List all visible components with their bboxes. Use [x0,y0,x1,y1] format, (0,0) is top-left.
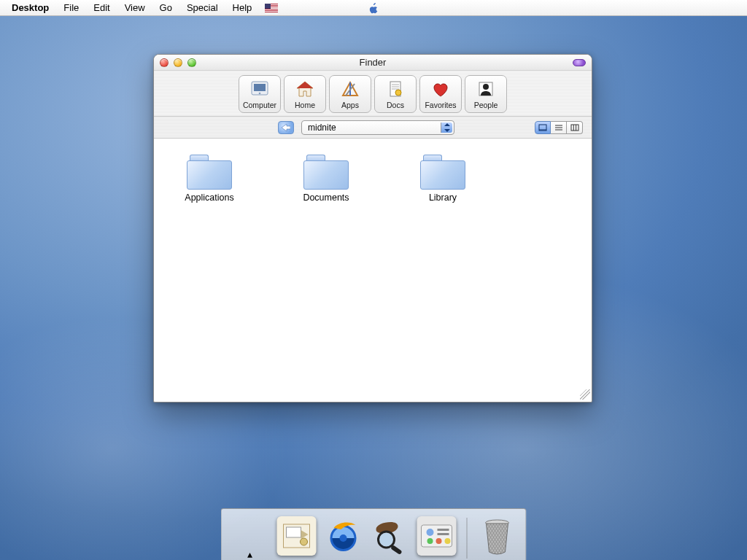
folder-icon [187,155,232,190]
window-title: Finder [154,57,592,68]
apps-icon [339,79,361,99]
menu-view[interactable]: View [117,2,152,13]
svg-marker-4 [297,82,313,88]
folder-label: Applications [185,192,233,203]
folder-label: Documents [303,192,349,203]
path-popup-value: midnite [308,122,336,133]
dock-separator [467,518,468,559]
dock-item-finder[interactable]: ▴ [228,513,273,559]
input-language-flag-icon[interactable] [265,4,278,12]
toolbar-apps-button[interactable]: Apps [329,75,371,113]
folder-label: Library [429,192,457,203]
folder-item-documents[interactable]: Documents [290,155,363,203]
computer-icon [249,79,271,99]
svg-rect-27 [287,527,301,537]
finder-toolbar: Computer Home Apps Docs Favorites [154,71,592,117]
toolbar-label: Docs [387,101,404,109]
svg-rect-23 [571,125,578,131]
ie-icon [324,516,363,556]
svg-marker-17 [444,129,450,132]
svg-rect-35 [438,533,449,535]
folder-item-library[interactable]: Library [406,155,479,203]
path-bar: midnite [154,117,592,139]
svg-point-30 [379,532,395,548]
svg-rect-31 [390,545,403,555]
finder-content[interactable]: Applications Documents Library [154,139,592,401]
folder-item-applications[interactable]: Applications [173,155,246,203]
dock-item-sherlock[interactable] [368,513,413,559]
folder-icon [420,155,465,190]
svg-point-36 [427,538,433,544]
toolbar-label: Home [295,101,315,109]
menubar: Desktop File Edit View Go Special Help [0,0,747,16]
menu-edit[interactable]: Edit [86,2,117,13]
svg-point-2 [259,93,261,95]
toolbar-label: Apps [341,101,359,109]
svg-point-14 [483,84,489,90]
path-popup-button[interactable]: midnite [301,120,454,135]
trash-icon [478,516,517,556]
apple-logo-icon[interactable] [368,2,379,14]
view-list-button[interactable] [551,121,567,134]
column-view-icon [570,124,579,131]
dock-item-ie[interactable] [321,513,366,559]
toolbar-label: People [474,101,498,109]
people-icon [475,79,497,99]
list-view-icon [554,124,563,131]
toolbar-people-button[interactable]: People [465,75,507,113]
docs-icon [384,79,406,99]
sysprefs-icon [417,516,457,556]
toolbar-docs-button[interactable]: Docs [374,75,417,113]
home-icon [294,79,316,99]
svg-point-28 [301,538,308,545]
view-column-button[interactable] [567,121,583,134]
icon-view-icon [538,124,547,131]
sherlock-icon [371,516,410,556]
folder-icon [303,155,349,190]
menubar-app[interactable]: Desktop [4,2,56,13]
dock-item-trash[interactable] [475,513,520,559]
menu-go[interactable]: Go [152,2,179,13]
svg-marker-15 [282,124,290,131]
view-icon-button[interactable] [535,121,551,134]
finder-window: Finder Computer Home Apps Docs [153,54,592,402]
svg-marker-16 [444,123,450,126]
menu-help[interactable]: Help [225,2,260,13]
svg-point-38 [445,538,451,544]
dock-item-mail[interactable] [274,513,320,559]
dock: ▴ [221,508,527,560]
view-switcher [535,121,583,134]
back-button[interactable] [278,121,294,134]
titlebar[interactable]: Finder [154,55,592,71]
svg-point-12 [395,90,401,96]
toolbar-home-button[interactable]: Home [284,75,326,113]
chevron-updown-icon [441,122,452,133]
toolbar-label: Computer [243,101,276,109]
menu-file[interactable]: File [56,2,86,13]
svg-rect-34 [438,529,449,531]
running-indicator-icon: ▴ [247,548,252,560]
favorites-icon [430,79,452,99]
back-arrow-icon [282,124,290,131]
menu-special[interactable]: Special [179,2,225,13]
dock-item-sysprefs[interactable] [414,513,460,559]
toolbar-toggle-button[interactable] [573,59,586,66]
toolbar-label: Favorites [425,101,456,109]
toolbar-favorites-button[interactable]: Favorites [419,75,462,113]
resize-handle[interactable] [580,389,590,400]
mail-icon [277,516,317,556]
toolbar-computer-button[interactable]: Computer [239,75,281,113]
svg-point-33 [427,529,434,536]
svg-point-37 [436,538,442,544]
svg-rect-1 [254,84,266,91]
